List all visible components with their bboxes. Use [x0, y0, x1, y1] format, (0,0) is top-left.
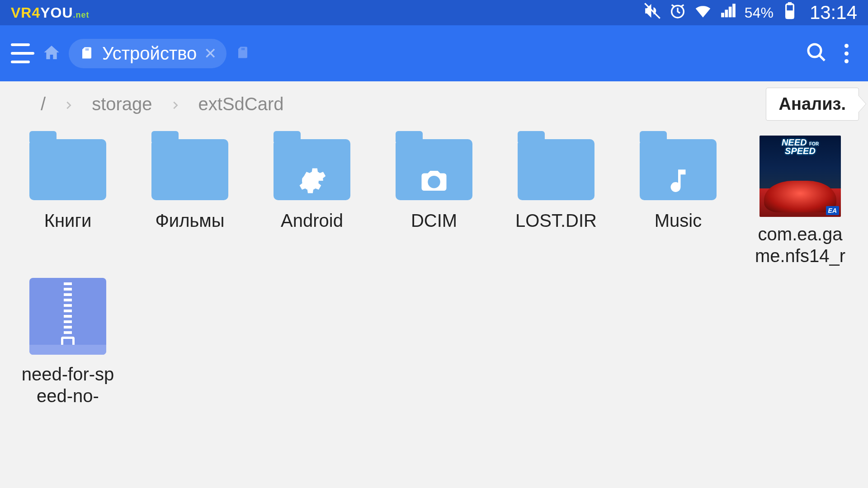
- status-clock: 13:14: [810, 2, 857, 23]
- folder-android[interactable]: Android: [253, 136, 371, 267]
- chevron-right-icon: [64, 94, 74, 114]
- home-button[interactable]: [42, 43, 61, 63]
- item-label: LOST.DIR: [515, 210, 597, 231]
- battery-icon: [781, 2, 799, 23]
- folder-books[interactable]: Книги: [9, 136, 127, 267]
- item-label: Android: [281, 210, 343, 231]
- wifi-icon: [694, 2, 712, 23]
- android-status-bar: VR4YOU.net 54% 13:14: [0, 0, 868, 25]
- chevron-right-icon: [170, 94, 180, 114]
- svg-rect-4: [788, 3, 792, 5]
- file-grid: Книги Фильмы Android DCIM LOST.DIR M: [0, 127, 868, 416]
- folder-icon: [640, 139, 717, 200]
- ea-badge: EA: [826, 206, 839, 215]
- music-note-icon: [663, 166, 693, 197]
- gear-icon: [297, 166, 327, 197]
- battery-percent: 54%: [745, 5, 774, 21]
- thumb-title-2: SPEED: [785, 146, 816, 156]
- file-nfs-app[interactable]: NEED FOR SPEED EA com.ea.game.nfs14_r: [741, 136, 859, 267]
- alarm-icon: [669, 2, 687, 23]
- file-nfs-zip[interactable]: need-for-speed-no-: [9, 276, 127, 407]
- svg-point-5: [808, 44, 821, 57]
- breadcrumb-extsdcard[interactable]: extSdCard: [198, 94, 284, 114]
- close-tab-button[interactable]: ✕: [204, 44, 217, 62]
- logo-part-net: .net: [73, 10, 90, 19]
- folder-icon: [518, 139, 594, 200]
- sdcard-icon: [79, 43, 95, 64]
- location-tab-device[interactable]: Устройство ✕: [69, 39, 226, 68]
- menu-button[interactable]: [11, 43, 34, 63]
- app-thumbnail-icon: NEED FOR SPEED EA: [760, 136, 841, 217]
- svg-line-6: [819, 55, 825, 61]
- item-label: need-for-speed-no-: [19, 363, 117, 407]
- folder-lostdir[interactable]: LOST.DIR: [497, 136, 615, 267]
- breadcrumb-storage[interactable]: storage: [92, 94, 152, 114]
- tab-label: Устройство: [102, 43, 197, 64]
- vibrate-mute-icon: [643, 2, 661, 23]
- camera-icon: [419, 166, 449, 197]
- breadcrumb-bar: / storage extSdCard Анализ.: [0, 81, 868, 127]
- item-label: com.ea.game.nfs14_r: [752, 223, 849, 267]
- folder-icon: [274, 139, 350, 200]
- svg-point-7: [430, 178, 438, 186]
- more-options-button[interactable]: [835, 44, 857, 63]
- item-label: DCIM: [411, 210, 457, 231]
- folder-movies[interactable]: Фильмы: [131, 136, 249, 267]
- status-icons: 54% 13:14: [643, 2, 857, 23]
- search-button[interactable]: [806, 42, 827, 65]
- app-toolbar: Устройство ✕: [0, 25, 868, 81]
- item-label: Фильмы: [155, 210, 224, 231]
- logo-part-vr4: VR4: [11, 5, 40, 21]
- folder-icon: [151, 139, 228, 200]
- analyze-button[interactable]: Анализ.: [766, 88, 859, 121]
- folder-dcim[interactable]: DCIM: [375, 136, 493, 267]
- item-label: Music: [655, 210, 702, 231]
- folder-icon: [396, 139, 472, 200]
- folder-icon: [29, 139, 106, 200]
- zip-archive-icon: [29, 278, 106, 355]
- item-label: Книги: [44, 210, 92, 231]
- secondary-tab-sdcard[interactable]: [235, 46, 251, 61]
- folder-music[interactable]: Music: [619, 136, 737, 267]
- signal-icon: [719, 2, 737, 23]
- breadcrumb-root[interactable]: /: [41, 94, 46, 114]
- svg-rect-3: [786, 11, 794, 19]
- watermark-logo: VR4YOU.net: [11, 5, 90, 21]
- logo-part-you: YOU: [40, 5, 73, 21]
